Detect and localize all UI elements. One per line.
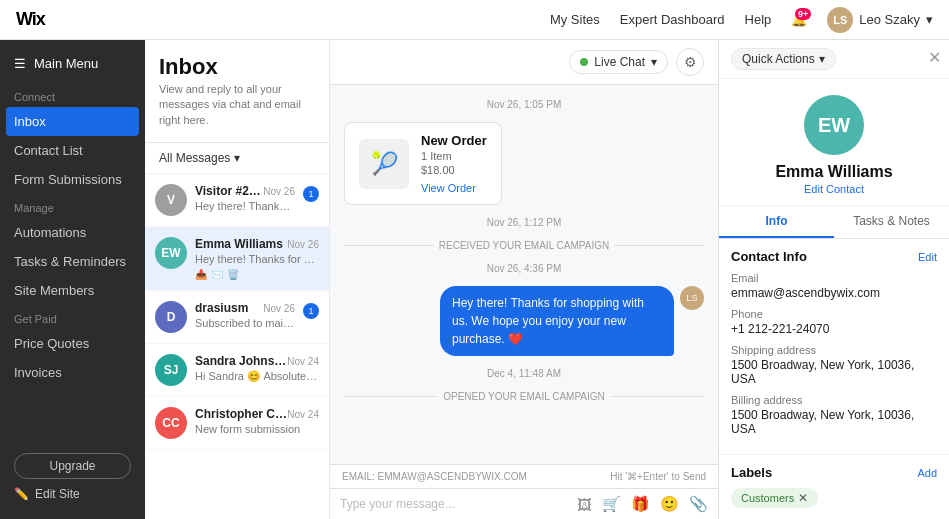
main-layout: ☰ Main Menu Connect Inbox Contact List F… [0, 40, 949, 519]
labels-title: Labels [731, 465, 772, 480]
contact-info-section: Contact Info Edit Email emmaw@ascendbywi… [719, 239, 949, 455]
send-hint: Hit '⌘+Enter' to Send [610, 471, 706, 482]
wix-logo: Wix [16, 9, 45, 30]
nav-expert-dashboard[interactable]: Expert Dashboard [620, 12, 725, 27]
contact-info: drasiusm Nov 26 Subscribed to mailing ..… [195, 301, 295, 329]
sidebar-item-inbox[interactable]: Inbox [6, 107, 139, 136]
notification-bell[interactable]: 🔔 9+ [791, 12, 807, 27]
sidebar: ☰ Main Menu Connect Inbox Contact List F… [0, 40, 145, 519]
contact-name: Sandra Johnson [195, 354, 287, 368]
sidebar-item-site-members[interactable]: Site Members [0, 276, 145, 305]
emoji-icon[interactable]: 🙂 [660, 495, 679, 513]
chat-messages: Nov 26, 1:05 PM 🎾 New Order 1 Item $18.0… [330, 85, 718, 464]
sidebar-bottom: Upgrade ✏️ Edit Site [0, 443, 145, 511]
edit-site-item[interactable]: ✏️ Edit Site [14, 479, 131, 501]
tab-tasks-notes[interactable]: Tasks & Notes [834, 206, 949, 238]
email-bar: EMAIL: EMMAW@ASCENDBYWIX.COM Hit '⌘+Ente… [330, 464, 718, 488]
edit-contact-button[interactable]: Edit [918, 251, 937, 263]
sidebar-item-price-quotes[interactable]: Price Quotes [0, 329, 145, 358]
nav-help[interactable]: Help [745, 12, 772, 27]
avatar: EW [155, 237, 187, 269]
system-message: RECEIVED YOUR EMAIL CAMPAIGN [344, 240, 704, 251]
contact-date: Nov 24 [287, 356, 319, 367]
tab-info[interactable]: Info [719, 206, 834, 238]
list-item[interactable]: SJ Sandra Johnson Nov 24 Hi Sandra 😊 Abs… [145, 344, 329, 397]
order-image: 🎾 [359, 139, 409, 189]
live-indicator [580, 58, 588, 66]
billing-value: 1500 Broadway, New York, 10036, USA [731, 408, 937, 436]
image-icon[interactable]: 🖼 [577, 496, 592, 513]
gift-icon[interactable]: 🎁 [631, 495, 650, 513]
contact-date: Nov 26 [263, 303, 295, 314]
contact-preview: Hey there! Thanks for ... [195, 200, 295, 212]
remove-tag-button[interactable]: ✕ [798, 491, 808, 505]
unread-badge: 1 [303, 303, 319, 319]
list-item[interactable]: EW Emma Williams Nov 26 Hey there! Thank… [145, 227, 329, 291]
outgoing-message-row: Hey there! Thanks for shopping with us. … [344, 286, 704, 356]
upgrade-button[interactable]: Upgrade [14, 453, 131, 479]
list-item[interactable]: CC Christopher Cropper Nov 24 New form s… [145, 397, 329, 450]
email-info-row: Email emmaw@ascendbywix.com [731, 272, 937, 300]
email-bar-label: EMAIL: EMMAW@ASCENDBYWIX.COM [342, 471, 527, 482]
live-chat-button[interactable]: Live Chat ▾ [569, 50, 668, 74]
sidebar-item-tasks-reminders[interactable]: Tasks & Reminders [0, 247, 145, 276]
view-order-link[interactable]: View Order [421, 182, 487, 194]
labels-section: Labels Add Customers ✕ [719, 455, 949, 518]
nav-my-sites[interactable]: My Sites [550, 12, 600, 27]
timestamp: Nov 26, 1:05 PM [344, 99, 704, 110]
contact-preview: Subscribed to mailing ... [195, 317, 295, 329]
hamburger-icon: ☰ [14, 56, 26, 71]
chat-toolbar: Live Chat ▾ ⚙ [330, 40, 718, 85]
email-value: emmaw@ascendbywix.com [731, 286, 937, 300]
contact-name-row: drasiusm Nov 26 [195, 301, 295, 315]
edit-site-label: Edit Site [35, 487, 80, 501]
contact-info: Emma Williams Nov 26 Hey there! Thanks f… [195, 237, 319, 280]
pencil-icon: ✏️ [14, 487, 29, 501]
inbox-title: Inbox [159, 54, 315, 80]
user-name: Leo Szaky [859, 12, 920, 27]
system-message-text: RECEIVED YOUR EMAIL CAMPAIGN [439, 240, 609, 251]
contact-profile: EW Emma Williams Edit Contact [719, 79, 949, 206]
user-menu[interactable]: LS Leo Szaky ▾ [827, 7, 933, 33]
notification-badge: 9+ [795, 8, 811, 20]
system-message: OPENED YOUR EMAIL CAMPAIGN [344, 391, 704, 402]
message-input[interactable] [340, 497, 571, 511]
quick-actions-button[interactable]: Quick Actions ▾ [731, 48, 836, 70]
section-label-get-paid: Get Paid [0, 305, 145, 329]
billing-info-row: Billing address 1500 Broadway, New York,… [731, 394, 937, 436]
settings-button[interactable]: ⚙ [676, 48, 704, 76]
labels-header: Labels Add [731, 465, 937, 480]
list-item[interactable]: D drasiusm Nov 26 Subscribed to mailing … [145, 291, 329, 344]
tag-text: Customers [741, 492, 794, 504]
order-meta-items: 1 Item [421, 150, 487, 162]
contact-preview: Hey there! Thanks for sho... [195, 253, 319, 265]
contact-name: drasiusm [195, 301, 248, 315]
attachment-icon[interactable]: 📎 [689, 495, 708, 513]
list-item[interactable]: V Visitor #2010 Nov 26 Hey there! Thanks… [145, 174, 329, 227]
chevron-down-icon: ▾ [651, 55, 657, 69]
billing-label: Billing address [731, 394, 937, 406]
system-message-text: OPENED YOUR EMAIL CAMPAIGN [443, 391, 605, 402]
sidebar-item-invoices[interactable]: Invoices [0, 358, 145, 387]
main-menu-item[interactable]: ☰ Main Menu [0, 48, 145, 83]
main-menu-label: Main Menu [34, 56, 98, 71]
chevron-down-icon: ▾ [819, 52, 825, 66]
contact-name-row: Visitor #2010 Nov 26 [195, 184, 295, 198]
contact-name-row: Sandra Johnson Nov 24 [195, 354, 319, 368]
cart-icon[interactable]: 🛒 [602, 495, 621, 513]
inbox-label: Inbox [14, 114, 46, 129]
close-button[interactable]: ✕ [928, 48, 941, 67]
edit-contact-link[interactable]: Edit Contact [804, 183, 864, 195]
contact-info: Visitor #2010 Nov 26 Hey there! Thanks f… [195, 184, 295, 212]
sidebar-item-automations[interactable]: Automations [0, 218, 145, 247]
sidebar-item-form-submissions[interactable]: Form Submissions [0, 165, 145, 194]
invoices-label: Invoices [14, 365, 62, 380]
sidebar-item-contact-list[interactable]: Contact List [0, 136, 145, 165]
add-label-button[interactable]: Add [917, 467, 937, 479]
avatar: D [155, 301, 187, 333]
order-meta-price: $18.00 [421, 164, 487, 176]
outgoing-text: Hey there! Thanks for shopping with us. … [452, 294, 662, 348]
contact-preview: New form submission [195, 423, 319, 435]
shipping-value: 1500 Broadway, New York, 10036, USA [731, 358, 937, 386]
all-messages-button[interactable]: All Messages ▾ [145, 143, 329, 174]
